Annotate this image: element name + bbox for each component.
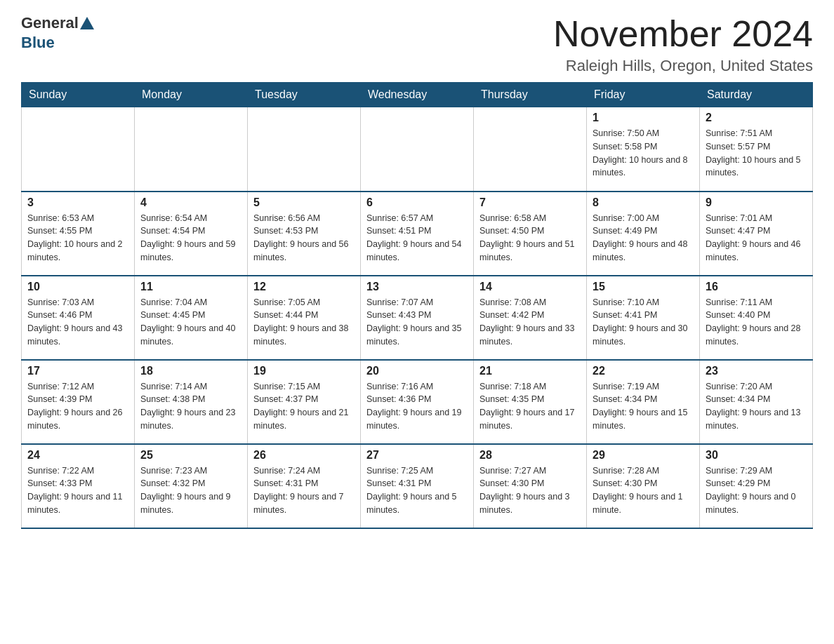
day-cell	[135, 107, 248, 192]
day-number: 1	[593, 112, 694, 124]
weekday-header-thursday: Thursday	[474, 83, 587, 107]
day-number: 6	[366, 196, 468, 209]
day-info: Sunrise: 7:29 AMSunset: 4:29 PMDaylight:…	[706, 464, 807, 517]
day-cell: 16Sunrise: 7:11 AMSunset: 4:40 PMDayligh…	[700, 276, 813, 360]
day-cell: 27Sunrise: 7:25 AMSunset: 4:31 PMDayligh…	[361, 444, 474, 528]
day-info: Sunrise: 7:04 AMSunset: 4:45 PMDaylight:…	[140, 296, 241, 349]
day-info: Sunrise: 7:23 AMSunset: 4:32 PMDaylight:…	[140, 464, 241, 517]
weekday-header-row: SundayMondayTuesdayWednesdayThursdayFrid…	[22, 83, 813, 107]
logo-triangle-icon	[80, 17, 94, 29]
day-cell: 28Sunrise: 7:27 AMSunset: 4:30 PMDayligh…	[474, 444, 587, 528]
day-info: Sunrise: 7:05 AMSunset: 4:44 PMDaylight:…	[253, 296, 355, 349]
week-row-3: 10Sunrise: 7:03 AMSunset: 4:46 PMDayligh…	[22, 276, 813, 360]
day-info: Sunrise: 6:53 AMSunset: 4:55 PMDaylight:…	[27, 212, 128, 264]
day-number: 25	[140, 449, 241, 462]
day-number: 22	[593, 365, 694, 377]
day-number: 29	[593, 449, 694, 462]
day-cell: 26Sunrise: 7:24 AMSunset: 4:31 PMDayligh…	[248, 444, 361, 528]
page-header: General Blue November 2024 Raleigh Hills…	[21, 14, 813, 75]
day-number: 27	[366, 449, 468, 462]
day-cell: 15Sunrise: 7:10 AMSunset: 4:41 PMDayligh…	[587, 276, 700, 360]
day-info: Sunrise: 7:08 AMSunset: 4:42 PMDaylight:…	[479, 296, 581, 349]
day-number: 9	[706, 196, 807, 209]
day-cell: 22Sunrise: 7:19 AMSunset: 4:34 PMDayligh…	[587, 360, 700, 444]
day-number: 16	[706, 281, 807, 293]
day-cell: 2Sunrise: 7:51 AMSunset: 5:57 PMDaylight…	[700, 107, 813, 192]
logo: General Blue	[21, 14, 95, 52]
day-cell: 23Sunrise: 7:20 AMSunset: 4:34 PMDayligh…	[700, 360, 813, 444]
weekday-header-wednesday: Wednesday	[361, 83, 474, 107]
day-number: 30	[706, 449, 807, 462]
day-number: 10	[27, 281, 128, 293]
day-number: 12	[253, 281, 355, 293]
day-info: Sunrise: 7:18 AMSunset: 4:35 PMDaylight:…	[479, 380, 581, 433]
day-info: Sunrise: 7:11 AMSunset: 4:40 PMDaylight:…	[706, 296, 807, 349]
day-info: Sunrise: 7:00 AMSunset: 4:49 PMDaylight:…	[593, 212, 694, 264]
week-row-5: 24Sunrise: 7:22 AMSunset: 4:33 PMDayligh…	[22, 444, 813, 528]
day-cell: 3Sunrise: 6:53 AMSunset: 4:55 PMDaylight…	[22, 192, 135, 276]
day-info: Sunrise: 7:07 AMSunset: 4:43 PMDaylight:…	[366, 296, 468, 349]
day-number: 8	[593, 196, 694, 209]
day-cell: 11Sunrise: 7:04 AMSunset: 4:45 PMDayligh…	[135, 276, 248, 360]
day-cell	[22, 107, 135, 192]
day-number: 3	[27, 196, 128, 209]
day-number: 15	[593, 281, 694, 293]
day-info: Sunrise: 7:27 AMSunset: 4:30 PMDaylight:…	[479, 464, 581, 517]
day-number: 19	[253, 365, 355, 377]
day-info: Sunrise: 7:14 AMSunset: 4:38 PMDaylight:…	[140, 380, 241, 433]
day-number: 4	[140, 196, 241, 209]
weekday-header-friday: Friday	[587, 83, 700, 107]
location-text: Raleigh Hills, Oregon, United States	[553, 57, 813, 75]
day-cell: 10Sunrise: 7:03 AMSunset: 4:46 PMDayligh…	[22, 276, 135, 360]
day-info: Sunrise: 6:58 AMSunset: 4:50 PMDaylight:…	[479, 212, 581, 264]
day-cell	[474, 107, 587, 192]
weekday-header-sunday: Sunday	[22, 83, 135, 107]
day-info: Sunrise: 7:24 AMSunset: 4:31 PMDaylight:…	[253, 464, 355, 517]
day-info: Sunrise: 7:01 AMSunset: 4:47 PMDaylight:…	[706, 212, 807, 264]
week-row-4: 17Sunrise: 7:12 AMSunset: 4:39 PMDayligh…	[22, 360, 813, 444]
day-cell: 13Sunrise: 7:07 AMSunset: 4:43 PMDayligh…	[361, 276, 474, 360]
weekday-header-saturday: Saturday	[700, 83, 813, 107]
week-row-1: 1Sunrise: 7:50 AMSunset: 5:58 PMDaylight…	[22, 107, 813, 192]
day-number: 2	[706, 112, 807, 124]
day-number: 7	[479, 196, 581, 209]
day-info: Sunrise: 7:12 AMSunset: 4:39 PMDaylight:…	[27, 380, 128, 433]
logo-general-text: General	[21, 14, 79, 32]
day-number: 14	[479, 281, 581, 293]
day-number: 17	[27, 365, 128, 377]
day-info: Sunrise: 7:25 AMSunset: 4:31 PMDaylight:…	[366, 464, 468, 517]
day-cell: 1Sunrise: 7:50 AMSunset: 5:58 PMDaylight…	[587, 107, 700, 192]
day-info: Sunrise: 7:16 AMSunset: 4:36 PMDaylight:…	[366, 380, 468, 433]
day-cell: 17Sunrise: 7:12 AMSunset: 4:39 PMDayligh…	[22, 360, 135, 444]
day-number: 24	[27, 449, 128, 462]
day-info: Sunrise: 7:50 AMSunset: 5:58 PMDaylight:…	[593, 127, 694, 180]
day-info: Sunrise: 7:03 AMSunset: 4:46 PMDaylight:…	[27, 296, 128, 349]
day-cell: 25Sunrise: 7:23 AMSunset: 4:32 PMDayligh…	[135, 444, 248, 528]
day-cell: 7Sunrise: 6:58 AMSunset: 4:50 PMDaylight…	[474, 192, 587, 276]
day-cell: 12Sunrise: 7:05 AMSunset: 4:44 PMDayligh…	[248, 276, 361, 360]
day-info: Sunrise: 7:28 AMSunset: 4:30 PMDaylight:…	[593, 464, 694, 517]
day-number: 21	[479, 365, 581, 377]
day-cell: 19Sunrise: 7:15 AMSunset: 4:37 PMDayligh…	[248, 360, 361, 444]
day-info: Sunrise: 7:15 AMSunset: 4:37 PMDaylight:…	[253, 380, 355, 433]
day-cell	[361, 107, 474, 192]
day-number: 20	[366, 365, 468, 377]
month-title: November 2024	[553, 14, 813, 54]
day-info: Sunrise: 6:54 AMSunset: 4:54 PMDaylight:…	[140, 212, 241, 264]
weekday-header-tuesday: Tuesday	[248, 83, 361, 107]
day-cell: 6Sunrise: 6:57 AMSunset: 4:51 PMDaylight…	[361, 192, 474, 276]
day-cell: 9Sunrise: 7:01 AMSunset: 4:47 PMDaylight…	[700, 192, 813, 276]
day-cell	[248, 107, 361, 192]
day-number: 11	[140, 281, 241, 293]
day-info: Sunrise: 7:10 AMSunset: 4:41 PMDaylight:…	[593, 296, 694, 349]
day-number: 13	[366, 281, 468, 293]
week-row-2: 3Sunrise: 6:53 AMSunset: 4:55 PMDaylight…	[22, 192, 813, 276]
day-number: 26	[253, 449, 355, 462]
day-cell: 14Sunrise: 7:08 AMSunset: 4:42 PMDayligh…	[474, 276, 587, 360]
day-number: 23	[706, 365, 807, 377]
day-cell: 4Sunrise: 6:54 AMSunset: 4:54 PMDaylight…	[135, 192, 248, 276]
day-cell: 20Sunrise: 7:16 AMSunset: 4:36 PMDayligh…	[361, 360, 474, 444]
day-cell: 18Sunrise: 7:14 AMSunset: 4:38 PMDayligh…	[135, 360, 248, 444]
day-cell: 29Sunrise: 7:28 AMSunset: 4:30 PMDayligh…	[587, 444, 700, 528]
day-number: 28	[479, 449, 581, 462]
